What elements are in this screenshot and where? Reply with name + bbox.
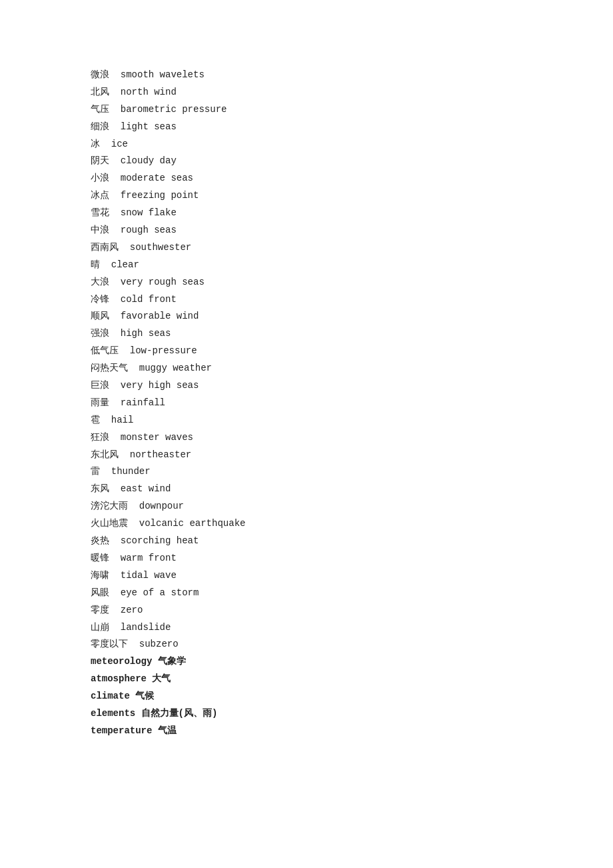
list-item: 北风 north wind — [91, 84, 613, 101]
list-item: 闷热天气 muggy weather — [91, 360, 613, 377]
list-item: 小浪 moderate seas — [91, 170, 613, 187]
list-item: 大浪 very rough seas — [91, 274, 613, 291]
list-item: 微浪 smooth wavelets — [91, 67, 613, 84]
list-item: temperature 气温 — [91, 723, 613, 740]
list-item: 炎热 scorching heat — [91, 533, 613, 550]
list-item: meteorology 气象学 — [91, 653, 613, 671]
list-item: 晴 clear — [91, 257, 613, 274]
list-item: 顺风 favorable wind — [91, 308, 613, 325]
vocab-list: 微浪 smooth wavelets北风 north wind气压 barome… — [91, 67, 613, 740]
list-item: 风眼 eye of a storm — [91, 585, 613, 602]
list-item: 东北风 northeaster — [91, 447, 613, 464]
list-item: 雪花 snow flake — [91, 205, 613, 222]
list-item: 强浪 high seas — [91, 325, 613, 343]
list-item: 冰点 freezing point — [91, 187, 613, 205]
list-item: 滂沱大雨 downpour — [91, 498, 613, 515]
list-item: 东风 east wind — [91, 481, 613, 498]
list-item: climate 气候 — [91, 688, 613, 705]
list-item: 山崩 landslide — [91, 619, 613, 637]
list-item: 气压 barometric pressure — [91, 101, 613, 119]
list-item: 中浪 rough seas — [91, 222, 613, 239]
list-item: elements 自然力量(风、雨) — [91, 705, 613, 723]
list-item: 低气压 low-pressure — [91, 343, 613, 360]
list-item: 海啸 tidal wave — [91, 567, 613, 585]
list-item: 巨浪 very high seas — [91, 377, 613, 395]
list-item: 火山地震 volcanic earthquake — [91, 515, 613, 533]
list-item: 零度以下 subzero — [91, 636, 613, 653]
list-item: atmosphere 大气 — [91, 671, 613, 688]
list-item: 细浪 light seas — [91, 119, 613, 136]
list-item: 雹 hail — [91, 412, 613, 429]
list-item: 西南风 southwester — [91, 239, 613, 257]
list-item: 狂浪 monster waves — [91, 429, 613, 447]
list-item: 零度 zero — [91, 602, 613, 619]
list-item: 冷锋 cold front — [91, 291, 613, 309]
list-item: 冰 ice — [91, 136, 613, 153]
list-item: 阴天 cloudy day — [91, 153, 613, 170]
list-item: 雷 thunder — [91, 463, 613, 481]
list-item: 雨量 rainfall — [91, 395, 613, 412]
list-item: 暖锋 warm front — [91, 550, 613, 567]
